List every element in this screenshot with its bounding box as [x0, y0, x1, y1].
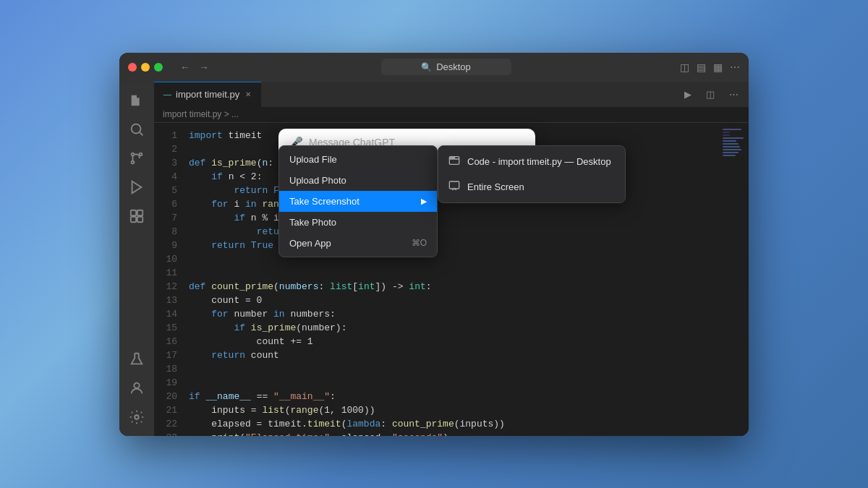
svg-rect-11	[131, 216, 136, 221]
tab-close-button[interactable]: ✕	[244, 90, 252, 99]
minimap-content	[720, 123, 749, 162]
title-bar: ← → 🔍 Desktop ◫ ▤ ▦ ⋯	[119, 53, 749, 82]
panel-icon[interactable]: ▤	[697, 61, 706, 73]
search-icon: 🔍	[421, 62, 432, 72]
activity-git[interactable]	[124, 145, 150, 171]
activity-debug[interactable]	[124, 174, 150, 200]
line-numbers: 12345 678910 1112131415 1617181920 21222…	[154, 123, 186, 436]
title-search: 🔍 Desktop	[218, 59, 674, 75]
svg-line-3	[140, 132, 142, 135]
traffic-lights	[128, 63, 163, 72]
svg-point-5	[140, 153, 142, 155]
breadcrumb: import timeit.py > ...	[154, 107, 749, 123]
split-view-button[interactable]: ◫	[702, 87, 719, 102]
tab-label: import timeit.py	[176, 89, 239, 100]
editor-tab[interactable]: ⸻ import timeit.py ✕	[154, 82, 261, 107]
svg-point-13	[134, 382, 139, 388]
python-file-icon: ⸻	[163, 90, 171, 100]
svg-rect-12	[137, 216, 142, 221]
minimap	[720, 123, 749, 436]
editor-area: ⸻ import timeit.py ✕ ▶ ◫ ⋯ import timeit…	[154, 82, 749, 436]
nav-buttons: ← →	[177, 60, 212, 74]
split-editor-icon[interactable]: ◫	[680, 61, 689, 73]
maximize-button[interactable]	[154, 63, 163, 72]
forward-button[interactable]: →	[196, 60, 212, 74]
activity-search[interactable]	[124, 116, 150, 142]
svg-rect-9	[131, 210, 136, 215]
breadcrumb-text: import timeit.py > ...	[163, 109, 239, 119]
code-editor[interactable]: 12345 678910 1112131415 1617181920 21222…	[154, 123, 749, 436]
activity-account[interactable]	[124, 375, 150, 401]
svg-point-2	[132, 124, 141, 133]
code-lines: import timeit def is_prime(n: int) -> bo…	[186, 123, 720, 436]
activity-settings[interactable]	[124, 404, 150, 430]
svg-point-4	[132, 153, 135, 155]
main-area: ⸻ import timeit.py ✕ ▶ ◫ ⋯ import timeit…	[119, 82, 749, 436]
back-button[interactable]: ←	[177, 60, 193, 74]
search-bar[interactable]: 🔍 Desktop	[381, 59, 511, 75]
title-actions: ◫ ▤ ▦ ⋯	[680, 61, 740, 73]
activity-flask[interactable]	[124, 346, 150, 372]
svg-rect-0	[133, 100, 138, 100]
tabs-bar: ⸻ import timeit.py ✕ ▶ ◫ ⋯	[154, 82, 749, 107]
search-text: Desktop	[436, 61, 471, 72]
run-button[interactable]: ▶	[680, 87, 696, 102]
vscode-window: ← → 🔍 Desktop ◫ ▤ ▦ ⋯	[119, 53, 749, 436]
sidebar-icon[interactable]: ▦	[713, 61, 723, 73]
activity-files[interactable]	[124, 87, 150, 114]
close-button[interactable]	[128, 63, 137, 72]
svg-point-6	[132, 160, 135, 163]
svg-point-14	[135, 415, 139, 419]
svg-rect-10	[137, 210, 142, 215]
svg-marker-8	[132, 181, 142, 193]
svg-rect-1	[133, 101, 138, 102]
more-options-icon[interactable]: ⋯	[730, 61, 740, 73]
more-editor-options[interactable]: ⋯	[725, 87, 743, 102]
activity-bar	[119, 82, 154, 436]
minimize-button[interactable]	[141, 63, 150, 72]
activity-extensions[interactable]	[124, 203, 150, 229]
